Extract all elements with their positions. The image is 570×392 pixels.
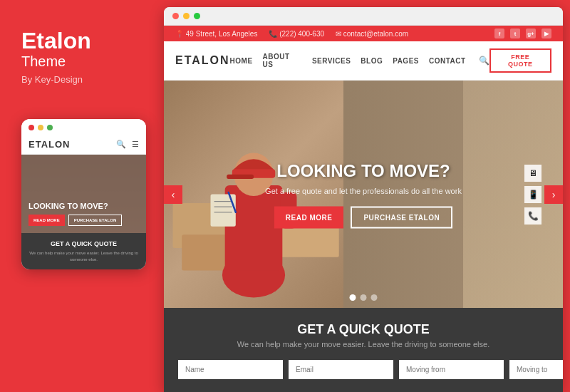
nav-logo: ETALON xyxy=(175,54,230,67)
left-panel: Etalon Theme By Key-Design ETALON 🔍 ☰ LO… xyxy=(0,0,164,392)
browser-dot-green xyxy=(194,13,200,19)
browser-dot-yellow xyxy=(183,13,190,19)
email-input[interactable] xyxy=(289,360,393,379)
mobile-hero-title: LOOKING TO MOVE? xyxy=(28,202,139,210)
phone-icon: 📞 xyxy=(269,30,277,38)
quote-title: GET A QUICK QUOTE xyxy=(178,322,549,337)
svg-rect-9 xyxy=(211,195,236,227)
nav-pages[interactable]: PAGES xyxy=(393,57,419,65)
slider-dots xyxy=(350,294,378,301)
mobile-dot-green xyxy=(47,125,53,130)
nav-blog[interactable]: BLOG xyxy=(361,57,383,65)
mobile-quote-title: GET A QUICK QUOTE xyxy=(28,240,139,247)
mobile-hero: LOOKING TO MOVE? READ MORE PURCHASE ETAL… xyxy=(21,155,146,233)
mobile-dot-yellow xyxy=(38,125,43,130)
phone-text: 📞 (222) 400-630 xyxy=(269,30,324,38)
quote-subtitle: We can help make your move easier. Leave… xyxy=(178,340,549,349)
slider-dot-3[interactable] xyxy=(371,294,378,301)
top-info-bar: 📍 49 Street, Los Angeles 📞 (222) 400-630… xyxy=(164,26,563,41)
email-text: ✉ contact@etalon.com xyxy=(336,30,408,38)
hero-subtitle: Get a free quote and let the professiona… xyxy=(264,186,463,195)
mobile-dot-red xyxy=(28,125,34,130)
nav-home[interactable]: HOME xyxy=(230,57,253,65)
mobile-menu-icon[interactable]: ☰ xyxy=(132,140,139,149)
slider-dot-1[interactable] xyxy=(350,294,356,301)
hero-title: LOOKING TO MOVE? xyxy=(264,160,463,180)
top-info-left: 📍 49 Street, Los Angeles 📞 (222) 400-630… xyxy=(175,30,408,38)
brand-by: By Key-Design xyxy=(21,74,142,85)
svg-rect-8 xyxy=(227,175,254,179)
nav-services[interactable]: SERVICES xyxy=(312,57,351,65)
nav-search-icon[interactable]: 🔍 xyxy=(479,56,489,66)
nav-contact[interactable]: CONTACT xyxy=(429,57,466,65)
slider-next-button[interactable]: › xyxy=(544,185,563,204)
name-input[interactable] xyxy=(178,360,283,379)
hero-sidebar-icons: 🖥 📱 📞 xyxy=(524,165,542,225)
browser-chrome xyxy=(164,7,563,26)
mobile-quote-section: GET A QUICK QUOTE We can help make your … xyxy=(21,233,146,269)
brand-title: Etalon xyxy=(21,29,142,53)
browser-mockup: 📍 49 Street, Los Angeles 📞 (222) 400-630… xyxy=(164,7,563,392)
sidebar-icon-phone[interactable]: 📞 xyxy=(524,207,542,225)
nav-about[interactable]: ABOUT US xyxy=(263,53,302,68)
hero-read-more-button[interactable]: READ MORE xyxy=(274,206,344,228)
moving-to-input[interactable] xyxy=(509,360,563,379)
top-info-right: f t g+ ▶ xyxy=(494,29,551,38)
mobile-hero-buttons: READ MORE PURCHASE ETALON xyxy=(28,215,139,226)
facebook-icon[interactable]: f xyxy=(494,29,504,38)
mobile-purchase-button[interactable]: PURCHASE ETALON xyxy=(68,215,123,226)
address-text: 📍 49 Street, Los Angeles xyxy=(175,30,257,38)
svg-rect-3 xyxy=(182,234,227,270)
mobile-read-more-button[interactable]: READ MORE xyxy=(28,215,65,226)
mobile-quote-subtitle: We can help make your move easier. Leave… xyxy=(28,250,139,262)
mobile-topbar xyxy=(21,119,146,135)
hero-purchase-button[interactable]: PURCHASE ETALON xyxy=(351,206,452,228)
quote-form: SUBMIT xyxy=(178,359,549,381)
mobile-logo: ETALON xyxy=(28,139,70,150)
hero-buttons: READ MORE PURCHASE ETALON xyxy=(264,206,463,228)
free-quote-button[interactable]: FREE QUOTE xyxy=(489,48,551,73)
google-plus-icon[interactable]: g+ xyxy=(526,29,536,38)
main-nav: ETALON HOME ABOUT US SERVICES BLOG PAGES… xyxy=(164,41,563,81)
hero-section: ‹ LOOKING TO MOVE? Get a free quote and … xyxy=(164,81,563,308)
hero-content: LOOKING TO MOVE? Get a free quote and le… xyxy=(264,160,463,228)
moving-from-input[interactable] xyxy=(399,360,504,379)
brand-subtitle: Theme xyxy=(21,53,142,70)
slider-dot-2[interactable] xyxy=(361,294,367,301)
slider-prev-button[interactable]: ‹ xyxy=(164,185,182,204)
email-icon: ✉ xyxy=(336,30,341,38)
twitter-icon[interactable]: t xyxy=(510,29,520,38)
location-icon: 📍 xyxy=(175,30,184,38)
quote-section: GET A QUICK QUOTE We can help make your … xyxy=(164,308,563,392)
mobile-mockup: ETALON 🔍 ☰ LOOKING TO MOVE? READ MORE PU… xyxy=(21,119,146,269)
youtube-icon[interactable]: ▶ xyxy=(542,29,551,38)
browser-dot-red xyxy=(172,13,179,19)
nav-links: HOME ABOUT US SERVICES BLOG PAGES CONTAC… xyxy=(230,53,489,68)
mobile-nav-icons: 🔍 ☰ xyxy=(116,140,139,149)
mobile-nav: ETALON 🔍 ☰ xyxy=(21,135,146,155)
mobile-hero-content: LOOKING TO MOVE? READ MORE PURCHASE ETAL… xyxy=(28,202,139,226)
sidebar-icon-monitor[interactable]: 🖥 xyxy=(524,165,542,182)
mobile-search-icon[interactable]: 🔍 xyxy=(116,140,126,149)
sidebar-icon-tablet[interactable]: 📱 xyxy=(524,186,542,203)
